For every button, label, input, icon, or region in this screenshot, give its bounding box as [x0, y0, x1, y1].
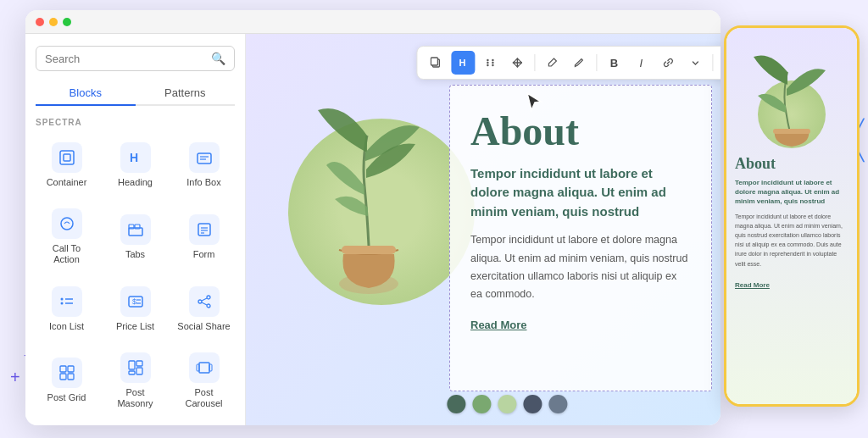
tab-blocks[interactable]: Blocks: [36, 81, 136, 106]
svg-rect-30: [68, 374, 74, 380]
heading-icon: H: [120, 142, 151, 173]
toolbar-copy-button[interactable]: [424, 51, 448, 75]
svg-point-41: [487, 59, 488, 61]
toolbar-divider-1: [534, 54, 535, 71]
palette-color-1[interactable]: [447, 395, 465, 413]
toolbar-divider-2: [596, 54, 597, 71]
svg-rect-28: [68, 366, 74, 372]
container-icon: [52, 142, 82, 173]
block-item-icon-list[interactable]: Icon List: [36, 280, 97, 339]
svg-point-22: [207, 296, 210, 299]
block-item-heading[interactable]: H Heading: [104, 136, 166, 195]
toolbar-drag-button[interactable]: [478, 51, 502, 75]
form-icon: [189, 214, 220, 245]
svg-point-46: [492, 64, 493, 66]
search-input[interactable]: [45, 53, 211, 65]
block-item-container[interactable]: Container: [36, 136, 97, 195]
svg-point-42: [492, 59, 493, 61]
svg-rect-3: [198, 153, 211, 164]
mobile-preview: About Tempor incididunt ut labore et dol…: [724, 25, 860, 407]
close-dot[interactable]: [36, 18, 44, 26]
tabs-row: Blocks Patterns: [36, 81, 235, 106]
block-label-social-share: Social Share: [177, 321, 230, 332]
editor-toolbar: H B I: [416, 46, 721, 80]
block-item-tabs[interactable]: Tabs: [104, 202, 166, 272]
svg-line-25: [202, 298, 207, 301]
block-item-post-masonry[interactable]: Post Masonry: [104, 346, 166, 416]
search-box[interactable]: 🔍: [36, 46, 235, 71]
svg-point-15: [60, 302, 63, 304]
maximize-dot[interactable]: [63, 18, 71, 26]
block-label-price-list: Price List: [116, 321, 154, 332]
sidebar: 🔍 Blocks Patterns SPECTRA Container: [25, 34, 246, 425]
tabs-icon: [120, 214, 151, 245]
svg-point-6: [61, 218, 73, 230]
block-item-cta[interactable]: Call To Action: [36, 202, 97, 272]
content-title: About: [470, 109, 691, 154]
svg-rect-51: [342, 246, 396, 254]
svg-text:H: H: [130, 151, 138, 164]
palette-color-2[interactable]: [472, 395, 491, 413]
toolbar-pencil-button[interactable]: [567, 51, 591, 75]
editor-area[interactable]: H B I: [246, 34, 721, 425]
search-icon: 🔍: [211, 52, 225, 65]
block-label-cta: Call To Action: [39, 243, 94, 265]
toolbar-link-button[interactable]: [656, 51, 680, 75]
block-item-price-list[interactable]: $ Price List: [104, 280, 166, 339]
block-item-post-carousel[interactable]: Post Carousel: [173, 346, 235, 416]
minimize-dot[interactable]: [49, 18, 58, 26]
mobile-subtitle: Tempor incididunt ut labore et dolore ma…: [735, 178, 849, 207]
block-label-post-grid: Post Grid: [47, 392, 86, 403]
toolbar-italic-button[interactable]: I: [629, 51, 653, 75]
block-label-post-masonry: Post Masonry: [108, 387, 163, 409]
svg-rect-1: [64, 154, 70, 161]
toolbar-bold-button[interactable]: B: [602, 51, 626, 75]
block-label-heading: Heading: [118, 177, 153, 188]
post-carousel-icon: [189, 352, 220, 383]
svg-rect-32: [136, 361, 142, 366]
svg-rect-52: [773, 129, 810, 134]
mobile-plant-area: [735, 38, 849, 148]
toolbar-chevron-button[interactable]: [683, 51, 707, 75]
block-item-form[interactable]: Form: [173, 202, 235, 272]
content-block[interactable]: About Tempor incididunt ut labore et dol…: [449, 85, 712, 391]
svg-rect-39: [431, 58, 437, 65]
svg-point-23: [198, 300, 202, 303]
svg-text:H: H: [459, 58, 465, 68]
block-item-social-share[interactable]: Social Share: [173, 280, 235, 339]
palette-color-3[interactable]: [498, 395, 516, 413]
svg-rect-10: [198, 224, 210, 236]
content-subtitle: Tempor incididunt ut labore et dolore ma…: [470, 164, 691, 222]
read-more-link[interactable]: Read More: [470, 319, 526, 331]
block-label-container: Container: [47, 177, 87, 188]
toolbar-arrows-button[interactable]: [505, 51, 529, 75]
block-item-post-grid[interactable]: Post Grid: [36, 346, 97, 416]
social-share-icon: [189, 286, 220, 317]
section-spectra-label: SPECTRA: [36, 118, 235, 127]
svg-text:$: $: [132, 297, 136, 306]
block-item-info-box[interactable]: Info Box: [173, 136, 235, 195]
price-list-icon: $: [120, 286, 151, 317]
toolbar-heading-button[interactable]: H: [451, 51, 475, 75]
svg-point-24: [207, 304, 210, 308]
toolbar-paintbrush-button[interactable]: [540, 51, 564, 75]
svg-rect-36: [197, 364, 199, 371]
content-body: Tempor incididunt ut labore et dolore ma…: [470, 231, 691, 303]
svg-point-14: [60, 297, 63, 300]
blocks-grid: Container H Heading Info Box: [36, 136, 235, 416]
svg-rect-34: [136, 368, 142, 374]
svg-rect-33: [129, 371, 135, 374]
plant-illustration: [292, 68, 445, 308]
block-label-info-box: Info Box: [186, 177, 220, 188]
info-box-icon: [189, 142, 220, 173]
browser-content: 🔍 Blocks Patterns SPECTRA Container: [25, 34, 721, 425]
color-palette: [447, 395, 567, 413]
svg-rect-35: [199, 363, 209, 373]
svg-rect-27: [60, 366, 66, 372]
mobile-read-more: Read More: [735, 281, 770, 289]
browser-titlebar: [25, 10, 721, 34]
palette-color-4[interactable]: [523, 395, 542, 413]
toolbar-more-button[interactable]: [718, 51, 721, 75]
palette-color-5[interactable]: [548, 395, 567, 413]
tab-patterns[interactable]: Patterns: [136, 81, 236, 104]
